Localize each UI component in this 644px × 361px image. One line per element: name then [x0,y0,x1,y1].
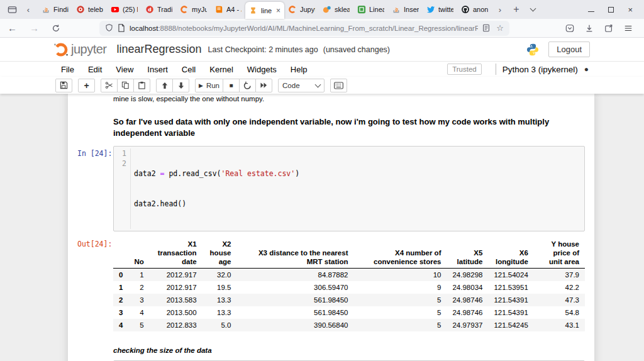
tracking-shield-icon[interactable] [105,24,113,32]
sklearn-icon [323,5,331,14]
notebook-toolbar: + ▶Run ■ Code [0,77,644,94]
markdown-cell-checking[interactable]: checking the size of the data [113,347,585,354]
browser-tab[interactable]: d Tradin [142,0,176,19]
browser-tab[interactable]: Insert [388,0,423,19]
markdown-cell-tail[interactable]: mine is slow, especially the one without… [113,95,585,103]
jupyter-logo[interactable]: jupyter [53,42,107,58]
browser-tab[interactable]: myJup [176,0,211,19]
paste-cell-button[interactable] [133,79,150,92]
stop-icon: ■ [230,82,233,89]
interrupt-kernel-button[interactable]: ■ [223,79,240,92]
url-text: localhost:8888/notebooks/myJupyterWorld/… [130,25,478,32]
menu-cell[interactable]: Cell [175,65,203,74]
move-cell-up-button[interactable] [156,79,173,92]
browser-tab[interactable]: Findin [38,0,72,19]
tab-scroll-right-button[interactable]: › [492,2,508,17]
cell-type-select[interactable]: Code [278,79,325,92]
checkpoint-status: Last Checkpoint: 2 minutes ago [208,45,318,54]
trusted-badge[interactable]: Trusted [447,64,482,75]
move-cell-down-button[interactable] [172,79,189,92]
dailydev-icon: d [145,5,154,14]
address-bar[interactable]: localhost:8888/notebooks/myJupyterWorld/… [99,21,509,36]
menu-hamburger-icon[interactable] [624,24,633,33]
code-input-area[interactable]: 1 2 data2 = pd.read_csv('Real estate.csv… [113,146,585,231]
save-button[interactable] [55,79,72,92]
floppy-icon [60,81,68,89]
browser-tab[interactable]: (25) h [107,0,142,19]
menu-insert[interactable]: Insert [140,65,175,74]
logout-button[interactable]: Logout [548,42,590,57]
restart-kernel-button[interactable] [239,79,256,92]
markdown-heading-cell[interactable]: So far I've used data with only one inde… [113,116,585,138]
reader-view-icon[interactable] [482,24,490,32]
browser-tab[interactable]: twitte [423,0,457,19]
notebook-title[interactable]: linearRegression [117,43,202,56]
extensions-icon[interactable] [604,24,613,33]
arrow-up-icon [161,82,169,89]
restart-run-all-button[interactable] [255,79,272,92]
divider [496,64,496,75]
new-tab-button[interactable]: + [508,2,525,17]
stackoverflow-icon [392,5,401,14]
chevron-down-icon [530,6,536,12]
pocket-icon[interactable] [565,24,574,33]
downloads-icon[interactable] [585,24,594,33]
jupyter-icon [288,5,297,14]
red-roundel-icon [76,5,85,14]
menu-edit[interactable]: Edit [81,65,109,74]
orange-book-icon [214,5,223,14]
minimize-window-button[interactable] [588,7,594,12]
python-logo-icon [526,43,540,57]
list-all-tabs-button[interactable] [525,2,541,17]
cut-cell-button[interactable] [101,79,118,92]
browser-tab[interactable]: Jupyt [284,0,319,19]
menu-kernel[interactable]: Kernel [203,65,240,74]
play-icon: ▶ [199,82,203,89]
code-cell-24[interactable]: In [24]: 1 2 data2 = pd.read_csv('Real e… [77,146,585,231]
browser-tab[interactable]: telebo [72,0,107,19]
firefox-view-icon[interactable] [4,2,20,17]
autosave-status: (unsaved changes) [323,45,390,54]
browser-tab[interactable]: Linear [353,0,388,19]
close-window-button[interactable]: × [628,5,633,14]
twitter-icon [426,5,435,14]
add-cell-button[interactable]: + [78,79,95,92]
browser-tab[interactable]: sklear [319,0,353,19]
run-cell-button[interactable]: ▶Run [195,79,223,92]
keyboard-icon [334,82,343,89]
svg-text:d: d [148,7,152,13]
browser-tab[interactable]: anony [457,0,492,19]
tab-scroll-left-button[interactable]: ‹ [20,2,36,17]
browser-tab[interactable]: A4 - J [211,0,245,19]
menu-view[interactable]: View [109,65,140,74]
browser-tab-strip: ‹ Findin telebo (25) h d Tradin myJup A4… [0,0,644,19]
jupyter-header: jupyter linearRegression Last Checkpoint… [0,38,644,62]
hourglass-icon [249,6,258,15]
menu-widgets[interactable]: Widgets [240,65,284,74]
reload-button[interactable] [52,24,60,33]
back-button[interactable]: ← [8,23,17,33]
menu-file[interactable]: File [54,65,81,74]
jupyter-icon [180,5,189,14]
page-info-icon[interactable] [118,24,125,32]
restart-icon [243,81,252,89]
fast-forward-icon [260,82,268,89]
bookmark-star-icon[interactable]: ☆ [496,23,504,33]
line-number-gutter: 1 2 [114,148,131,229]
output-area-24: Out[24]: NoX1 transaction dateX2 house a… [77,236,585,331]
browser-tab-active[interactable]: line × [245,2,284,19]
github-icon [461,5,470,14]
tab-list: Findin telebo (25) h d Tradin myJup A4 -… [38,0,492,19]
menu-help[interactable]: Help [284,65,314,74]
window-controls: × [588,5,640,14]
copy-cell-button[interactable] [117,79,134,92]
command-palette-button[interactable] [330,79,347,92]
notebook-menubar: File Edit View Insert Cell Kernel Widget… [0,62,644,77]
notebook-scroll-area[interactable]: mine is slow, especially the one without… [0,94,644,361]
close-tab-icon[interactable]: × [276,6,280,15]
forward-button[interactable]: → [30,23,39,33]
maximize-window-button[interactable] [608,7,614,13]
code-editor[interactable]: data2 = pd.read_csv('Real estate.csv') d… [131,148,299,229]
kernel-name: Python 3 (ipykernel) [502,65,578,74]
chevron-down-icon [315,81,321,87]
